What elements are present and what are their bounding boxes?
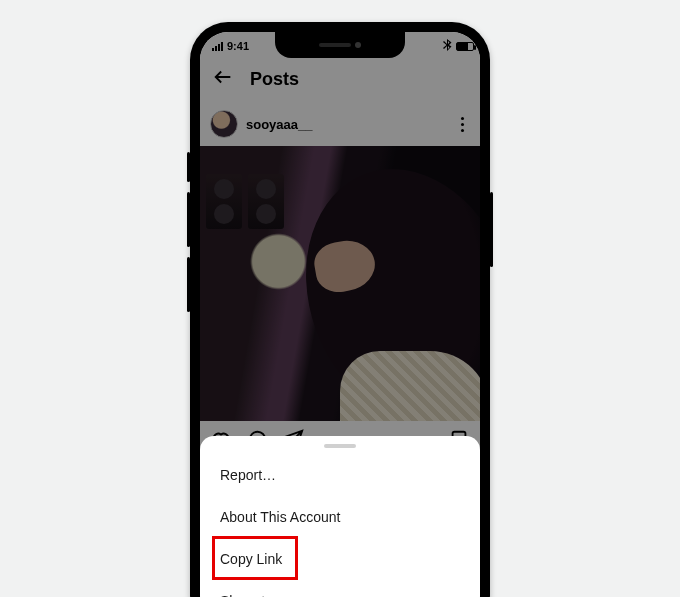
status-time: 9:41 (227, 40, 249, 52)
screen: 9:41 Posts sooyaaa__ (200, 32, 480, 597)
post-image[interactable] (200, 146, 480, 421)
username[interactable]: sooyaaa__ (246, 117, 455, 132)
phone-frame: 9:41 Posts sooyaaa__ (190, 22, 490, 597)
sheet-item[interactable]: Report… (200, 454, 480, 496)
action-sheet: Report…About This AccountCopy LinkShare … (200, 436, 480, 597)
back-icon[interactable] (212, 66, 234, 92)
app-header: Posts (200, 60, 480, 102)
side-button (187, 152, 190, 182)
bluetooth-icon (443, 39, 452, 53)
sheet-item[interactable]: Share to… (200, 580, 480, 597)
battery-icon (456, 42, 474, 51)
side-button (490, 192, 493, 267)
page-title: Posts (250, 69, 299, 90)
side-button (187, 192, 190, 247)
sheet-item[interactable]: Copy Link (200, 538, 480, 580)
post-header: sooyaaa__ (200, 102, 480, 146)
side-button (187, 257, 190, 312)
sheet-grabber-icon[interactable] (324, 444, 356, 448)
avatar[interactable] (210, 110, 238, 138)
more-options-icon[interactable] (455, 111, 470, 138)
sheet-item[interactable]: About This Account (200, 496, 480, 538)
notch (275, 32, 405, 58)
signal-icon (212, 42, 223, 51)
